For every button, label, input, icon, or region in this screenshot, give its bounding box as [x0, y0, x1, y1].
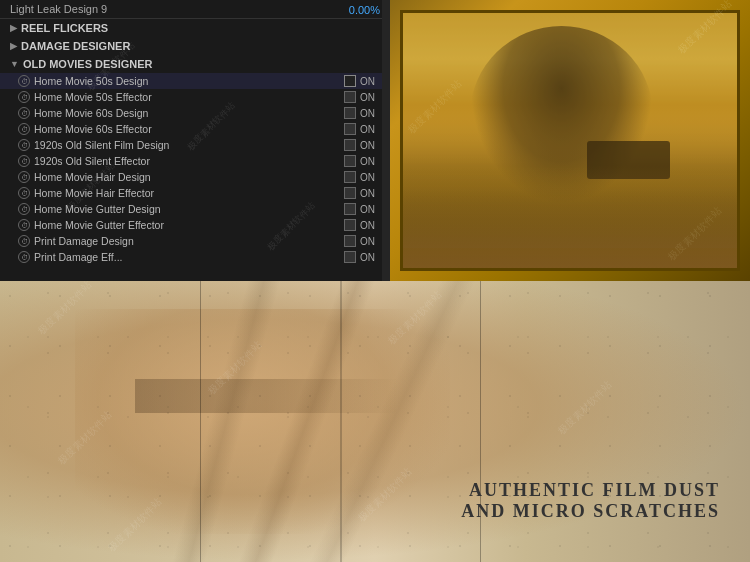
effect-icon: ⏱ — [18, 123, 30, 135]
effect-checkbox[interactable] — [344, 139, 356, 151]
right-image-panel: 极度素材软件站 极度素材软件站 极度素材软件站 — [390, 0, 750, 281]
on-label: ON — [360, 124, 380, 135]
list-item[interactable]: ⏱ 1920s Old Silent Effector ON — [0, 153, 390, 169]
film-text-overlay: AUTHENTIC FILM DUST AND MICRO SCRATCHES — [461, 480, 720, 522]
section-label-movies: OLD MOVIES DESIGNER — [23, 58, 153, 70]
effect-name: Home Movie Gutter Effector — [34, 219, 340, 231]
on-label: ON — [360, 156, 380, 167]
list-item[interactable]: ⏱ Home Movie Gutter Design ON — [0, 201, 390, 217]
section-label-reel: REEL FLICKERS — [21, 22, 108, 34]
header-item-name: Light Leak Design 9 — [10, 3, 107, 15]
effects-list: ⏱ Home Movie 50s Design ON ⏱ Home Movie … — [0, 73, 390, 265]
on-label: ON — [360, 76, 380, 87]
effects-header: Light Leak Design 9 0.00% — [0, 0, 390, 19]
on-label: ON — [360, 188, 380, 199]
percentage-display: 0.00% — [349, 4, 380, 16]
effect-icon: ⏱ — [18, 235, 30, 247]
effect-checkbox[interactable] — [344, 155, 356, 167]
film-content — [403, 13, 737, 268]
on-label: ON — [360, 220, 380, 231]
bottom-fade — [403, 166, 737, 268]
effect-name: Home Movie 50s Design — [34, 75, 340, 87]
list-item[interactable]: ⏱ 1920s Old Silent Film Design ON — [0, 137, 390, 153]
effect-icon: ⏱ — [18, 219, 30, 231]
effect-name: Print Damage Eff... — [34, 251, 340, 263]
list-item[interactable]: ⏱ Home Movie 50s Effector ON — [0, 89, 390, 105]
section-reel-flickers[interactable]: ▶ REEL FLICKERS — [0, 19, 390, 37]
effect-name: Print Damage Design — [34, 235, 340, 247]
effect-icon: ⏱ — [18, 75, 30, 87]
list-item[interactable]: ⏱ Home Movie 50s Design ON — [0, 73, 390, 89]
effect-icon: ⏱ — [18, 171, 30, 183]
on-label: ON — [360, 108, 380, 119]
on-label: ON — [360, 172, 380, 183]
top-section: Light Leak Design 9 0.00% ▶ REEL FLICKER… — [0, 0, 750, 281]
effect-checkbox[interactable] — [344, 123, 356, 135]
effect-name: 1920s Old Silent Film Design — [34, 139, 340, 151]
list-item[interactable]: ⏱ Home Movie 60s Design ON — [0, 105, 390, 121]
list-item[interactable]: ⏱ Home Movie Gutter Effector ON — [0, 217, 390, 233]
list-item[interactable]: ⏱ Home Movie Hair Design ON — [0, 169, 390, 185]
effect-icon: ⏱ — [18, 187, 30, 199]
effect-checkbox[interactable] — [344, 251, 356, 263]
arrow-icon-movies: ▼ — [10, 59, 19, 69]
on-label: ON — [360, 140, 380, 151]
effect-name: Home Movie Hair Design — [34, 171, 340, 183]
effect-name: Home Movie 50s Effector — [34, 91, 340, 103]
effect-checkbox[interactable] — [344, 235, 356, 247]
effects-panel[interactable]: Light Leak Design 9 0.00% ▶ REEL FLICKER… — [0, 0, 390, 281]
bottom-portrait: 极度素材软件站 极度素材软件站 极度素材软件站 极度素材软件站 极度素材软件站 … — [0, 281, 750, 562]
effect-name: Home Movie Hair Effector — [34, 187, 340, 199]
effect-checkbox[interactable] — [344, 187, 356, 199]
on-label: ON — [360, 236, 380, 247]
effect-icon: ⏱ — [18, 91, 30, 103]
section-damage-designer[interactable]: ▶ DAMAGE DESIGNER — [0, 37, 390, 55]
on-label: ON — [360, 252, 380, 263]
film-text-line1: AUTHENTIC FILM DUST — [461, 480, 720, 501]
section-old-movies[interactable]: ▼ OLD MOVIES DESIGNER — [0, 55, 390, 73]
on-label: ON — [360, 204, 380, 215]
effect-icon: ⏱ — [18, 251, 30, 263]
arrow-icon: ▶ — [10, 23, 17, 33]
film-frame — [400, 10, 740, 271]
effect-checkbox[interactable] — [344, 219, 356, 231]
bottom-section: 极度素材软件站 极度素材软件站 极度素材软件站 极度素材软件站 极度素材软件站 … — [0, 281, 750, 562]
effect-icon: ⏱ — [18, 107, 30, 119]
arrow-icon-damage: ▶ — [10, 41, 17, 51]
on-label: ON — [360, 92, 380, 103]
effect-icon: ⏱ — [18, 203, 30, 215]
effect-checkbox[interactable] — [344, 203, 356, 215]
effect-name: Home Movie Gutter Design — [34, 203, 340, 215]
effect-checkbox[interactable] — [344, 75, 356, 87]
effect-checkbox[interactable] — [344, 107, 356, 119]
list-item[interactable]: ⏱ Print Damage Eff... ON — [0, 249, 390, 265]
list-item[interactable]: ⏱ Home Movie Hair Effector ON — [0, 185, 390, 201]
list-item[interactable]: ⏱ Print Damage Design ON — [0, 233, 390, 249]
effect-name: Home Movie 60s Effector — [34, 123, 340, 135]
film-text-line2: AND MICRO SCRATCHES — [461, 501, 720, 522]
section-label-damage: DAMAGE DESIGNER — [21, 40, 130, 52]
effect-name: Home Movie 60s Design — [34, 107, 340, 119]
list-item[interactable]: ⏱ Home Movie 60s Effector ON — [0, 121, 390, 137]
effect-checkbox[interactable] — [344, 91, 356, 103]
effect-checkbox[interactable] — [344, 171, 356, 183]
effect-icon: ⏱ — [18, 155, 30, 167]
effect-icon: ⏱ — [18, 139, 30, 151]
effect-name: 1920s Old Silent Effector — [34, 155, 340, 167]
